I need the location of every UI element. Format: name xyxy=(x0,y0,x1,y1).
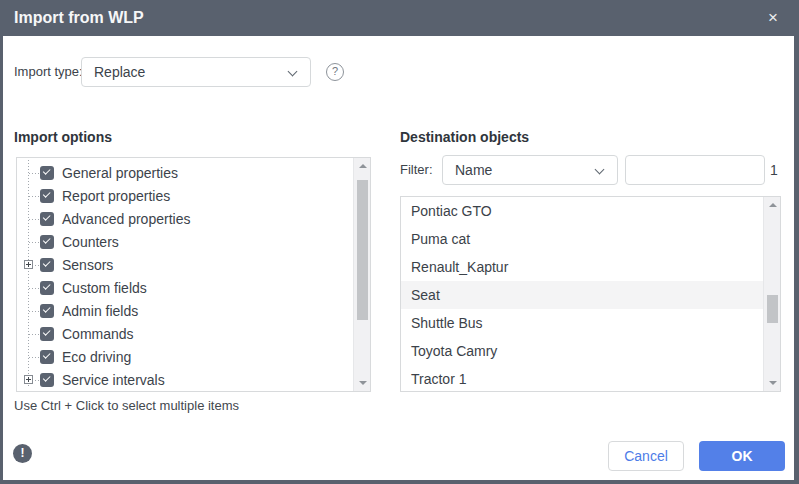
check-icon xyxy=(43,213,50,220)
scroll-up-icon[interactable] xyxy=(764,197,781,214)
cancel-button[interactable]: Cancel xyxy=(608,441,684,471)
check-icon xyxy=(43,236,50,243)
selected-count: 1 xyxy=(770,155,778,185)
tree-item-eco-driving[interactable]: Eco driving xyxy=(17,345,353,368)
checkbox[interactable] xyxy=(40,212,54,226)
tree-item-label: Service intervals xyxy=(62,372,165,388)
list-item-label: Toyota Camry xyxy=(411,343,497,359)
checkbox[interactable] xyxy=(40,166,54,180)
check-icon xyxy=(43,190,50,197)
destination-objects-header: Destination objects xyxy=(400,129,529,145)
list-item-renault-kaptur[interactable]: Renault_Kaptur xyxy=(401,253,763,281)
tree-item-admin-fields[interactable]: Admin fields xyxy=(17,299,353,322)
filter-select-value: Name xyxy=(455,162,492,178)
scroll-up-icon[interactable] xyxy=(354,158,371,175)
scrollbar-thumb[interactable] xyxy=(357,180,368,320)
tree-item-label: Eco driving xyxy=(62,349,131,365)
check-icon xyxy=(43,167,50,174)
dialog-title: Import from WLP xyxy=(14,0,144,36)
tree-item-label: General properties xyxy=(62,165,178,181)
tree-item-custom-fields[interactable]: Custom fields xyxy=(17,276,353,299)
check-icon xyxy=(43,305,50,312)
tree-item-sensors[interactable]: Sensors xyxy=(17,253,353,276)
import-options-tree: General properties Report properties Adv… xyxy=(17,158,353,391)
list-item-puma-cat[interactable]: Puma cat xyxy=(401,225,763,253)
checkbox[interactable] xyxy=(40,350,54,364)
list-item-toyota-camry[interactable]: Toyota Camry xyxy=(401,337,763,365)
list-item-pontiac-gto[interactable]: Pontiac GTO xyxy=(401,197,763,225)
tree-item-label: Advanced properties xyxy=(62,211,190,227)
check-icon xyxy=(43,351,50,358)
list-item-label: Tractor 1 xyxy=(411,371,467,387)
list-item-seat[interactable]: Seat xyxy=(401,281,763,309)
expand-plus-icon[interactable] xyxy=(24,375,33,384)
tree-item-advanced-properties[interactable]: Advanced properties xyxy=(17,207,353,230)
list-item-label: Puma cat xyxy=(411,231,470,247)
ok-button[interactable]: OK xyxy=(699,441,785,471)
filter-select[interactable]: Name xyxy=(442,155,618,185)
tree-item-label: Report properties xyxy=(62,188,170,204)
chevron-down-icon xyxy=(288,67,298,77)
dialog-body: Import type: Replace ? Import options De… xyxy=(3,36,794,480)
tree-item-label: Counters xyxy=(62,234,119,250)
tree-item-label: Custom fields xyxy=(62,280,147,296)
list-item-label: Seat xyxy=(411,287,440,303)
destination-rows: Pontiac GTO Puma cat Renault_Kaptur Seat… xyxy=(401,197,763,391)
check-icon xyxy=(43,259,50,266)
tree-item-label: Commands xyxy=(62,326,134,342)
checkbox[interactable] xyxy=(40,235,54,249)
checkbox[interactable] xyxy=(40,304,54,318)
filter-search-input[interactable] xyxy=(625,155,765,185)
scrollbar[interactable] xyxy=(353,158,370,391)
tree-item-label: Admin fields xyxy=(62,303,138,319)
checkbox[interactable] xyxy=(40,327,54,341)
scroll-down-icon[interactable] xyxy=(764,374,781,391)
import-type-select[interactable]: Replace xyxy=(81,57,311,87)
tree-item-general-properties[interactable]: General properties xyxy=(17,161,353,184)
expand-plus-icon[interactable] xyxy=(24,260,33,269)
close-icon[interactable]: × xyxy=(761,0,785,36)
check-icon xyxy=(43,328,50,335)
tree-item-report-properties[interactable]: Report properties xyxy=(17,184,353,207)
checkbox[interactable] xyxy=(40,281,54,295)
list-item-label: Renault_Kaptur xyxy=(411,259,508,275)
list-item-label: Shuttle Bus xyxy=(411,315,483,331)
check-icon xyxy=(43,282,50,289)
multi-select-hint: Use Ctrl + Click to select multiple item… xyxy=(14,398,239,413)
scroll-down-icon[interactable] xyxy=(354,374,371,391)
alert-icon[interactable]: ! xyxy=(13,444,32,463)
tree-item-service-intervals[interactable]: Service intervals xyxy=(17,368,353,391)
tree-item-counters[interactable]: Counters xyxy=(17,230,353,253)
destination-objects-list: Pontiac GTO Puma cat Renault_Kaptur Seat… xyxy=(400,196,781,392)
list-item-label: Pontiac GTO xyxy=(411,203,492,219)
tree-item-label: Sensors xyxy=(62,257,113,273)
scrollbar[interactable] xyxy=(763,197,780,391)
import-from-wlp-dialog: Import from WLP × Import type: Replace ?… xyxy=(0,0,799,484)
import-options-list: General properties Report properties Adv… xyxy=(16,157,371,392)
help-icon[interactable]: ? xyxy=(326,63,344,81)
filter-label: Filter: xyxy=(400,155,433,185)
list-item-shuttle-bus[interactable]: Shuttle Bus xyxy=(401,309,763,337)
tree-item-commands[interactable]: Commands xyxy=(17,322,353,345)
dialog-header: Import from WLP × xyxy=(0,0,799,36)
check-icon xyxy=(43,374,50,381)
import-type-label: Import type: xyxy=(14,57,83,87)
scrollbar-thumb[interactable] xyxy=(767,295,778,323)
chevron-down-icon xyxy=(595,165,605,175)
import-options-header: Import options xyxy=(14,129,112,145)
list-item-tractor-1[interactable]: Tractor 1 xyxy=(401,365,763,392)
checkbox[interactable] xyxy=(40,258,54,272)
checkbox[interactable] xyxy=(40,373,54,387)
import-type-value: Replace xyxy=(94,64,145,80)
checkbox[interactable] xyxy=(40,189,54,203)
